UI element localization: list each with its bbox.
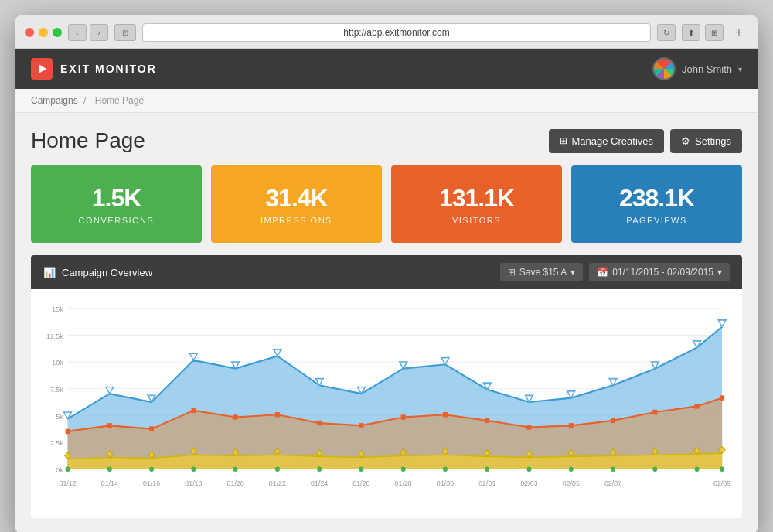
svg-point-75 xyxy=(317,466,322,472)
page-title: Home Page xyxy=(31,128,145,153)
svg-text:02/03: 02/03 xyxy=(520,479,537,487)
svg-point-72 xyxy=(191,466,196,472)
breadcrumb-current: Home Page xyxy=(95,95,144,106)
maximize-button[interactable] xyxy=(53,28,62,37)
stat-value: 131.1K xyxy=(439,184,514,213)
user-area[interactable]: John Smith ▾ xyxy=(652,57,742,80)
refresh-button[interactable]: ↻ xyxy=(657,24,676,41)
svg-marker-0 xyxy=(39,64,46,73)
svg-rect-44 xyxy=(485,418,489,424)
traffic-lights xyxy=(25,28,62,37)
svg-rect-50 xyxy=(720,395,724,400)
svg-rect-39 xyxy=(275,412,280,418)
svg-marker-17 xyxy=(106,387,114,394)
svg-text:10k: 10k xyxy=(52,359,63,367)
svg-rect-46 xyxy=(569,423,574,428)
svg-point-71 xyxy=(149,466,154,472)
logo-icon xyxy=(31,58,53,80)
browser-chrome: ‹ › ⊡ http://app.exitmonitor.com ↻ ⬆ ⊞ + xyxy=(15,15,758,49)
logo-text: EXIT MONITOR xyxy=(60,63,157,75)
svg-text:0k: 0k xyxy=(56,466,63,474)
svg-marker-19 xyxy=(189,353,197,360)
svg-rect-36 xyxy=(149,426,154,431)
breadcrumb-separator: / xyxy=(83,95,86,106)
calendar-icon: 📅 xyxy=(597,267,608,278)
svg-point-80 xyxy=(527,466,532,472)
svg-text:01/26: 01/26 xyxy=(352,479,369,487)
svg-rect-40 xyxy=(317,421,322,426)
stat-label: IMPRESSIONS xyxy=(261,216,332,225)
svg-rect-42 xyxy=(401,414,406,420)
stat-label: VISITORS xyxy=(452,216,501,225)
svg-point-74 xyxy=(275,466,280,472)
svg-text:01/24: 01/24 xyxy=(311,479,328,487)
svg-rect-49 xyxy=(695,404,700,409)
svg-point-77 xyxy=(401,466,406,472)
browser-window: ‹ › ⊡ http://app.exitmonitor.com ↻ ⬆ ⊞ +… xyxy=(15,15,758,532)
svg-point-79 xyxy=(485,466,489,472)
svg-marker-25 xyxy=(441,358,449,365)
svg-text:01/18: 01/18 xyxy=(185,479,202,487)
save-button[interactable]: ⊞ Save $15 A ▾ xyxy=(500,263,583,281)
url-text: http://app.exitmonitor.com xyxy=(343,27,449,38)
svg-text:02/01: 02/01 xyxy=(478,479,495,487)
chevron-down-icon: ▾ xyxy=(570,267,575,278)
settings-label: Settings xyxy=(695,135,731,147)
svg-point-81 xyxy=(569,466,574,472)
forward-button[interactable]: › xyxy=(90,24,108,41)
manage-creatives-label: Manage Creatives xyxy=(572,135,654,147)
close-button[interactable] xyxy=(25,28,34,37)
svg-rect-34 xyxy=(66,429,70,435)
svg-point-82 xyxy=(611,466,615,472)
svg-rect-45 xyxy=(527,425,532,430)
date-range-label: 01/11/2015 - 02/09/2015 xyxy=(612,267,713,278)
svg-rect-35 xyxy=(107,423,112,428)
save-label: Save $15 A xyxy=(519,267,567,278)
app-header: EXIT MONITOR John Smith ▾ xyxy=(15,49,758,89)
svg-point-78 xyxy=(443,466,448,472)
svg-marker-32 xyxy=(718,320,726,327)
sidebar-button[interactable]: ⊞ xyxy=(705,24,724,41)
svg-rect-43 xyxy=(443,412,448,418)
share-button[interactable]: ⬆ xyxy=(682,24,700,41)
settings-button[interactable]: ⚙ Settings xyxy=(670,129,742,153)
breadcrumb-campaigns[interactable]: Campaigns xyxy=(31,95,78,106)
minimize-button[interactable] xyxy=(39,28,48,37)
svg-text:01/30: 01/30 xyxy=(437,479,454,487)
stat-card-visitors: 131.1K VISITORS xyxy=(391,165,562,243)
stat-label: CONVERSIONS xyxy=(79,216,155,225)
grid-icon: ⊞ xyxy=(508,267,516,278)
manage-creatives-button[interactable]: ⊞ Manage Creatives xyxy=(549,129,665,153)
date-range-button[interactable]: 📅 01/11/2015 - 02/09/2015 ▾ xyxy=(589,263,730,281)
svg-text:15k: 15k xyxy=(52,305,63,313)
grid-icon: ⊞ xyxy=(560,135,567,146)
svg-point-76 xyxy=(359,466,363,472)
avatar xyxy=(652,57,676,80)
svg-text:5k: 5k xyxy=(56,412,63,420)
svg-text:01/14: 01/14 xyxy=(101,479,118,487)
svg-rect-38 xyxy=(233,414,238,420)
svg-point-83 xyxy=(652,466,657,472)
new-tab-button[interactable]: + xyxy=(730,24,748,41)
reader-view-button[interactable]: ⊡ xyxy=(114,24,136,41)
campaign-overview-chart: 15k 12.5k 10k 7.5k 5k 2.5k 0k xyxy=(43,302,730,503)
header-buttons: ⊞ Manage Creatives ⚙ Settings xyxy=(549,129,742,153)
chart-header: 📊 Campaign Overview ⊞ Save $15 A ▾ 📅 01/… xyxy=(31,255,742,289)
svg-rect-37 xyxy=(191,408,196,414)
svg-marker-21 xyxy=(274,350,281,356)
back-button[interactable]: ‹ xyxy=(68,24,87,41)
stat-card-pageviews: 238.1K PAGEVIEWS xyxy=(571,165,742,243)
svg-text:12.5k: 12.5k xyxy=(46,332,63,339)
chart-title: Campaign Overview xyxy=(62,267,152,278)
stat-card-conversions: 1.5K CONVERSIONS xyxy=(31,165,202,243)
url-bar[interactable]: http://app.exitmonitor.com xyxy=(142,23,651,42)
svg-point-69 xyxy=(66,466,70,472)
svg-text:01/12: 01/12 xyxy=(59,479,76,487)
breadcrumb: Campaigns / Home Page xyxy=(15,89,758,113)
svg-text:01/28: 01/28 xyxy=(395,479,412,487)
svg-point-85 xyxy=(720,466,724,472)
stat-value: 238.1K xyxy=(619,184,694,213)
svg-text:02/05: 02/05 xyxy=(563,479,580,487)
svg-text:02/07: 02/07 xyxy=(604,479,621,487)
stat-value: 1.5K xyxy=(92,184,141,213)
